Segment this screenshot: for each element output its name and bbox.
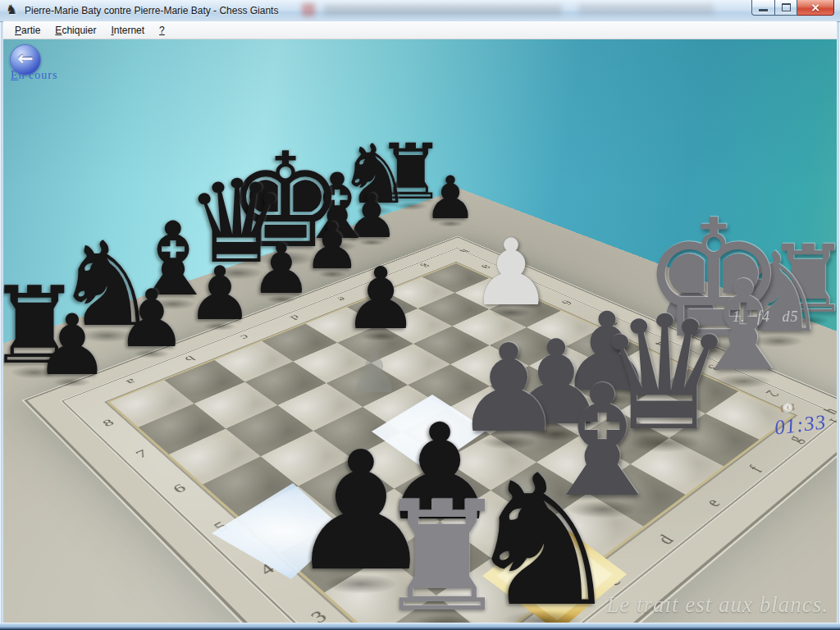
bright-pawn[interactable]: ♟ xyxy=(470,226,552,318)
minimize-button[interactable] xyxy=(751,0,775,16)
file-label-front-e: e xyxy=(694,491,732,515)
game-status-label: En cours xyxy=(11,69,57,82)
glass-reflection xyxy=(324,5,562,16)
menu-help[interactable]: ? xyxy=(152,22,172,39)
chess-giants-window: 88aa77bb66cc55dd44ee33ff22gg11hh ♜♞♟♟♝♚♟… xyxy=(0,0,840,630)
window-controls: × xyxy=(751,0,834,16)
close-button[interactable]: × xyxy=(797,0,834,16)
menu-partie[interactable]: Partie xyxy=(7,22,48,39)
rank-label-left-6: 6 xyxy=(159,477,199,500)
menu-echiquier[interactable]: Echiquier xyxy=(48,22,103,39)
black-pawn[interactable]: ♟ xyxy=(250,235,312,304)
close-icon: × xyxy=(797,1,833,14)
titlebar: ♞ Pierre-Marie Baty contre Pierre-Marie … xyxy=(0,0,840,22)
rank-label-left-7: 7 xyxy=(123,443,161,464)
black-pawn[interactable]: ♟ xyxy=(424,168,477,227)
glass-pawn[interactable]: ♟ xyxy=(348,342,401,401)
stone-rook[interactable]: ♜ xyxy=(374,482,510,630)
window-frame-bottom xyxy=(0,623,840,630)
black-pawn[interactable]: ♟ xyxy=(34,304,109,387)
app-icon: ♞ xyxy=(6,3,17,16)
game-scene: 88aa77bb66cc55dd44ee33ff22gg11hh ♜♞♟♟♝♚♟… xyxy=(0,0,840,630)
glass-reflection xyxy=(302,3,315,16)
window-title: Pierre-Marie Baty contre Pierre-Marie Ba… xyxy=(25,5,278,16)
glass-reflection xyxy=(578,4,714,15)
window-frame-right xyxy=(837,0,840,630)
turn-message: Le trait est aux blancs. xyxy=(606,592,829,618)
restore-button[interactable] xyxy=(775,0,797,16)
black-pawn[interactable]: ♟ xyxy=(342,256,418,341)
menu-internet[interactable]: Internet xyxy=(103,22,152,39)
minimize-icon xyxy=(759,9,768,11)
menubar: Partie Echiquier Internet ? xyxy=(3,21,837,39)
black-pawn[interactable]: ♟ xyxy=(116,279,188,358)
window-frame-left xyxy=(0,0,3,630)
rank-label-left-8: 8 xyxy=(90,413,126,433)
left-arrow-icon: ← xyxy=(11,48,40,69)
restore-icon xyxy=(782,3,791,11)
move-list: 1. f4 d5 xyxy=(733,308,799,326)
file-label-front-f: f xyxy=(737,458,774,481)
black-pawn[interactable]: ♟ xyxy=(187,257,253,331)
